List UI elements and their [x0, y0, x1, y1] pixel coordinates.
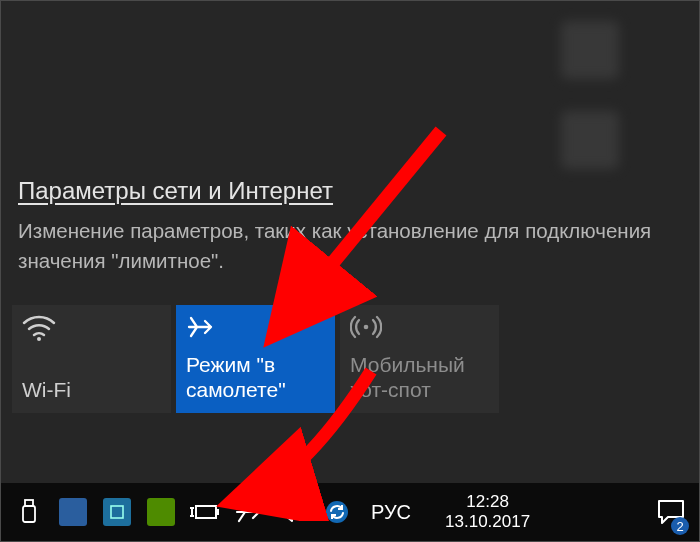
- system-tray: [9, 492, 357, 532]
- svg-point-7: [326, 501, 348, 523]
- tray-app-icon[interactable]: [53, 492, 93, 532]
- taskbar: РУС 12:28 13.10.2017 2: [1, 483, 699, 541]
- svg-rect-4: [111, 506, 123, 518]
- svg-rect-6: [216, 509, 219, 515]
- network-settings-link[interactable]: Параметры сети и Интернет: [18, 177, 333, 205]
- svg-point-1: [364, 325, 369, 330]
- desktop-icon: [561, 111, 619, 169]
- hotspot-icon: [350, 313, 489, 343]
- svg-point-0: [37, 337, 41, 341]
- svg-rect-3: [23, 506, 35, 522]
- airplane-icon: [186, 313, 325, 343]
- svg-rect-5: [196, 506, 216, 518]
- airplane-mode-tray-icon[interactable]: [229, 492, 269, 532]
- battery-charging-icon[interactable]: [185, 492, 225, 532]
- language-indicator[interactable]: РУС: [357, 501, 425, 524]
- airplane-mode-tile[interactable]: Режим "в самолете": [176, 305, 335, 413]
- hotspot-tile-label: Мобильный хот-спот: [350, 353, 489, 403]
- nvidia-icon[interactable]: [141, 492, 181, 532]
- quick-action-tiles: Wi-Fi Режим "в самолете" Мобильный хот-с…: [12, 305, 499, 413]
- wifi-icon: [22, 313, 161, 343]
- clock-date: 13.10.2017: [445, 512, 530, 532]
- action-center-icon[interactable]: 2: [649, 483, 693, 541]
- clock-time: 12:28: [445, 492, 530, 512]
- desktop-icon: [561, 21, 619, 79]
- hotspot-tile[interactable]: Мобильный хот-спот: [340, 305, 499, 413]
- sync-icon[interactable]: [317, 492, 357, 532]
- clock[interactable]: 12:28 13.10.2017: [431, 492, 544, 531]
- wifi-tile-label: Wi-Fi: [22, 378, 161, 403]
- usb-device-icon[interactable]: [9, 492, 49, 532]
- volume-icon[interactable]: [273, 492, 313, 532]
- airplane-mode-tile-label: Режим "в самолете": [186, 353, 325, 403]
- network-settings-description: Изменение параметров, таких как установл…: [18, 216, 669, 275]
- wifi-tile[interactable]: Wi-Fi: [12, 305, 171, 413]
- tray-app-icon[interactable]: [97, 492, 137, 532]
- notification-badge: 2: [671, 517, 689, 535]
